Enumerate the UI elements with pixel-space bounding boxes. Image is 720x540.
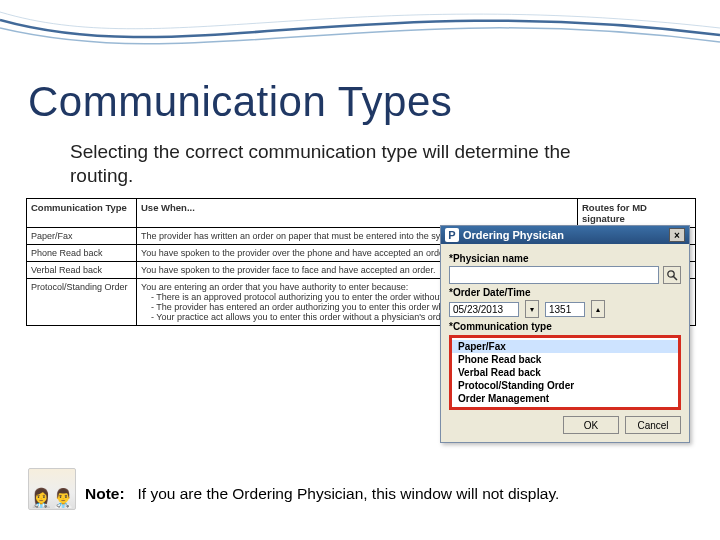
time-stepper-icon[interactable]: ▴ bbox=[591, 300, 605, 318]
col-header-type: Communication Type bbox=[27, 199, 137, 228]
order-date-input[interactable] bbox=[449, 302, 519, 317]
close-icon[interactable]: × bbox=[669, 228, 685, 242]
physician-name-input[interactable] bbox=[449, 266, 659, 284]
cell-type: Paper/Fax bbox=[27, 228, 137, 245]
svg-line-1 bbox=[674, 277, 678, 281]
window-titlebar: P Ordering Physician × bbox=[441, 226, 689, 244]
note-image: 👩‍⚕️👨‍⚕️ bbox=[28, 468, 76, 510]
list-item[interactable]: Paper/Fax bbox=[452, 340, 678, 353]
note-label: Note: bbox=[85, 485, 125, 502]
cell-type: Protocol/Standing Order bbox=[27, 279, 137, 326]
cell-type: Verbal Read back bbox=[27, 262, 137, 279]
list-item[interactable]: Protocol/Standing Order bbox=[452, 379, 678, 392]
list-item[interactable]: Verbal Read back bbox=[452, 366, 678, 379]
note-body: If you are the Ordering Physician, this … bbox=[138, 485, 560, 502]
list-item[interactable]: Phone Read back bbox=[452, 353, 678, 366]
communication-type-label: *Communication type bbox=[449, 321, 681, 332]
col-header-use: Use When... bbox=[137, 199, 578, 228]
order-datetime-label: *Order Date/Time bbox=[449, 287, 681, 298]
slide-subtitle: Selecting the correct communication type… bbox=[70, 140, 630, 188]
cell-type: Phone Read back bbox=[27, 245, 137, 262]
communication-type-listbox[interactable]: Paper/Fax Phone Read back Verbal Read ba… bbox=[449, 335, 681, 410]
col-header-route: Routes for MD signature bbox=[578, 199, 696, 228]
list-item[interactable]: Order Management bbox=[452, 392, 678, 405]
header-swoosh bbox=[0, 0, 720, 80]
cancel-button[interactable]: Cancel bbox=[625, 416, 681, 434]
date-dropdown-icon[interactable]: ▾ bbox=[525, 300, 539, 318]
app-icon: P bbox=[445, 228, 459, 242]
note-text: Note: If you are the Ordering Physician,… bbox=[85, 485, 559, 503]
window-title: Ordering Physician bbox=[463, 229, 665, 241]
physician-name-label: *Physician name bbox=[449, 253, 681, 264]
search-icon[interactable] bbox=[663, 266, 681, 284]
svg-point-0 bbox=[668, 271, 674, 277]
slide-title: Communication Types bbox=[28, 78, 452, 126]
table-header-row: Communication Type Use When... Routes fo… bbox=[27, 199, 696, 228]
order-time-input[interactable] bbox=[545, 302, 585, 317]
ordering-physician-window: P Ordering Physician × *Physician name *… bbox=[440, 225, 690, 443]
ok-button[interactable]: OK bbox=[563, 416, 619, 434]
